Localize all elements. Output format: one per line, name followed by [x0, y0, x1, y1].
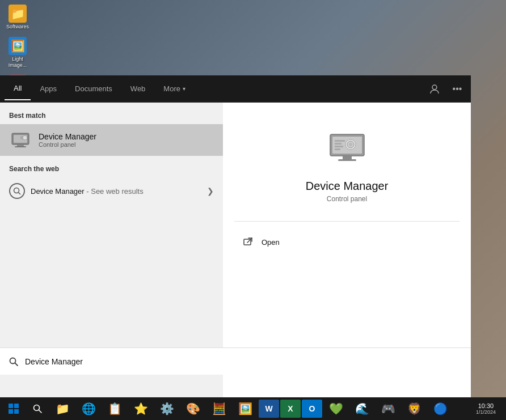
- svg-rect-12: [338, 159, 356, 161]
- svg-rect-17: [335, 143, 341, 145]
- taskbar-browser[interactable]: 🌐: [76, 397, 101, 420]
- best-match-label: Best match: [0, 103, 223, 124]
- desktop-icon-softwares[interactable]: 📁 Softwares: [2, 2, 33, 32]
- taskbar-edge[interactable]: 🌊: [349, 397, 374, 420]
- taskbar-star[interactable]: ⭐: [128, 397, 153, 420]
- svg-rect-11: [343, 156, 352, 159]
- taskbar-calc[interactable]: 🧮: [206, 397, 231, 420]
- app-large-subtitle: Control panel: [327, 195, 367, 203]
- search-input[interactable]: [25, 357, 464, 366]
- svg-rect-24: [9, 404, 13, 408]
- tab-apps[interactable]: Apps: [31, 78, 66, 100]
- search-bar: [0, 347, 471, 375]
- svg-line-8: [19, 193, 21, 195]
- svg-rect-4: [15, 146, 26, 147]
- open-label: Open: [262, 238, 280, 247]
- tab-all[interactable]: All: [5, 77, 31, 100]
- svg-rect-6: [20, 136, 23, 139]
- taskbar-utor[interactable]: 💚: [323, 397, 348, 420]
- taskbar-file-explorer[interactable]: 📁: [50, 397, 75, 420]
- search-web-icon: [9, 183, 25, 199]
- taskbar-word[interactable]: W: [259, 400, 279, 418]
- taskbar-games[interactable]: 🎮: [376, 397, 400, 420]
- svg-rect-18: [335, 146, 343, 147]
- taskbar-file-manager[interactable]: 📋: [102, 397, 127, 420]
- taskbar-clock[interactable]: 10:30 1/1/2024: [473, 401, 499, 416]
- svg-point-5: [23, 135, 27, 140]
- taskbar: 📁 🌐 📋 ⭐ ⚙️ 🎨 🧮 🖼️ W X O 💚 🌊 🎮 🦁 🔵 10:30 …: [0, 397, 506, 420]
- svg-line-23: [15, 363, 18, 366]
- desktop-icon-light-image[interactable]: 🖼️ Light Image...: [2, 35, 33, 71]
- svg-point-7: [14, 188, 19, 193]
- taskbar-excel[interactable]: X: [280, 400, 301, 418]
- person-icon[interactable]: [425, 80, 444, 98]
- tab-more[interactable]: More ▾: [154, 78, 195, 100]
- open-icon: [241, 235, 255, 249]
- taskbar-media[interactable]: 🦁: [402, 397, 427, 420]
- app-large-icon: [324, 125, 370, 171]
- taskbar-chrome[interactable]: 🔵: [428, 397, 453, 420]
- web-result-text: Device Manager - See web results: [31, 187, 207, 196]
- svg-point-0: [432, 85, 437, 90]
- web-result-item[interactable]: Device Manager - See web results ❯: [0, 177, 223, 205]
- action-open[interactable]: Open: [234, 231, 459, 253]
- taskbar-outlook[interactable]: O: [302, 400, 322, 418]
- svg-rect-3: [17, 145, 24, 146]
- result-item-device-manager[interactable]: Device Manager Control panel: [0, 124, 223, 156]
- svg-rect-25: [14, 404, 19, 408]
- result-subtitle: Control panel: [39, 141, 96, 148]
- result-title: Device Manager: [39, 132, 96, 141]
- search-bar-icon: [7, 355, 20, 368]
- start-menu: All Apps Documents Web More ▾ •••: [0, 75, 471, 397]
- taskbar-settings[interactable]: ⚙️: [154, 397, 179, 420]
- tab-web[interactable]: Web: [121, 78, 155, 100]
- svg-rect-26: [9, 409, 13, 414]
- action-list: Open: [234, 231, 459, 253]
- taskbar-color[interactable]: 🎨: [180, 397, 205, 420]
- tab-bar: All Apps Documents Web More ▾ •••: [0, 75, 471, 103]
- svg-rect-27: [14, 409, 19, 414]
- svg-rect-16: [335, 140, 345, 142]
- result-text: Device Manager Control panel: [39, 132, 96, 148]
- taskbar-right: 10:30 1/1/2024: [473, 401, 504, 416]
- start-button[interactable]: [2, 397, 25, 420]
- tab-documents[interactable]: Documents: [66, 78, 121, 100]
- web-result-arrow-icon: ❯: [207, 186, 214, 196]
- more-options-icon[interactable]: •••: [448, 80, 466, 98]
- app-large-name: Device Manager: [306, 180, 389, 193]
- chevron-down-icon: ▾: [183, 86, 185, 92]
- svg-line-29: [39, 410, 42, 413]
- device-manager-icon: [9, 129, 32, 151]
- search-web-label: Search the web: [0, 156, 223, 177]
- divider: [234, 221, 459, 222]
- svg-line-21: [247, 238, 252, 243]
- taskbar-photos[interactable]: 🖼️: [233, 397, 258, 420]
- tab-bar-right: •••: [425, 80, 466, 98]
- svg-rect-19: [335, 149, 340, 150]
- svg-point-15: [349, 143, 352, 146]
- taskbar-search[interactable]: [26, 397, 49, 420]
